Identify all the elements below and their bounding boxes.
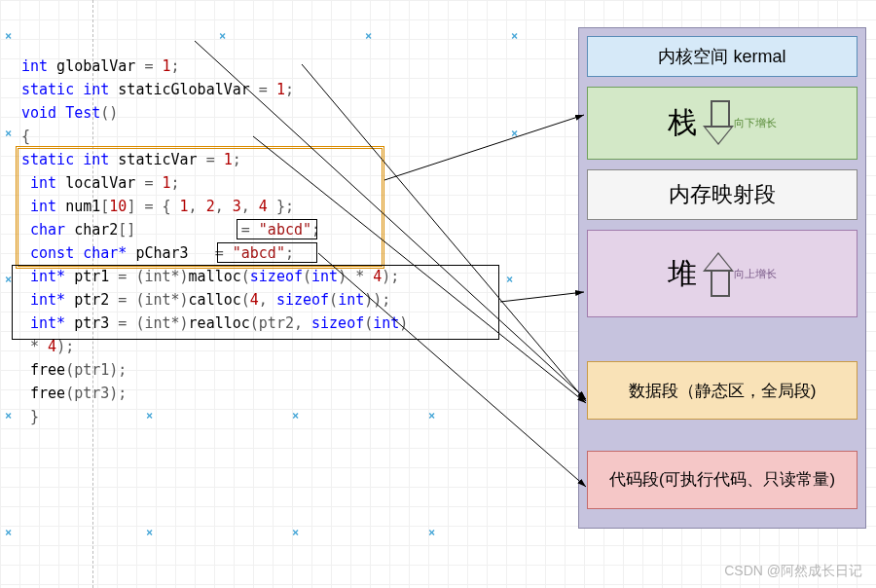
watermark: CSDN @阿然成长日记 (724, 563, 862, 580)
kw-static-int: static int (21, 81, 109, 98)
mem-stack: 栈 向下增长 (587, 87, 858, 160)
mem-heap: 堆 向上增长 (587, 230, 858, 317)
mem-stack-label: 栈 (668, 103, 697, 143)
memory-layout-panel: 内核空间 kermal 栈 向下增长 内存映射段 堆 向上增长 数据段（静态区，… (578, 27, 866, 529)
mem-heap-label: 堆 (668, 254, 697, 294)
mem-kernel: 内核空间 kermal (587, 36, 858, 77)
mem-code: 代码段(可执行代码、只读常量) (587, 451, 858, 509)
arrow-up-icon (703, 250, 734, 297)
stack-grow-label: 向下增长 (734, 116, 777, 130)
mem-mmap-label: 内存映射段 (669, 180, 776, 209)
mem-data-label: 数据段（静态区，全局段) (629, 380, 817, 402)
arrow-down-icon (703, 100, 734, 147)
code-block: int globalVar = 1; static int staticGlob… (21, 31, 408, 428)
mem-kernel-label: 内核空间 kermal (658, 45, 785, 68)
mem-data: 数据段（静态区，全局段) (587, 361, 858, 420)
kw-int: int (21, 57, 48, 75)
heap-grow-label: 向上增长 (734, 267, 777, 281)
mem-code-label: 代码段(可执行代码、只读常量) (609, 469, 835, 491)
mem-mmap: 内存映射段 (587, 169, 858, 220)
